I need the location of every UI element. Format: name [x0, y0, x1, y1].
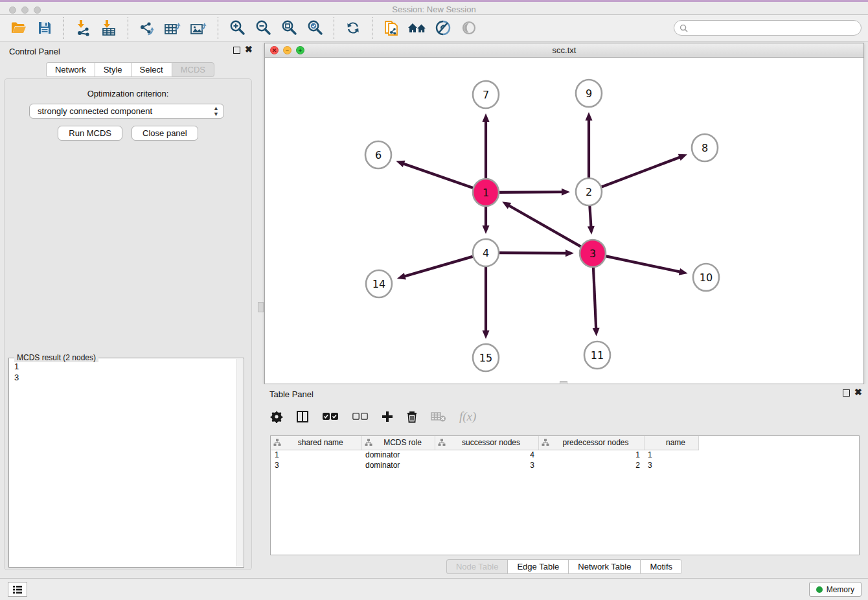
- column-header-label: MCDS role: [383, 438, 422, 447]
- vizmap-icon[interactable]: [430, 18, 456, 38]
- table-cell[interactable]: 3: [644, 460, 698, 470]
- import-network-icon[interactable]: [70, 18, 96, 38]
- edge-3-11[interactable]: [593, 267, 596, 329]
- import-table-icon[interactable]: [96, 18, 122, 38]
- network-graph[interactable]: 7968124314101511: [265, 58, 863, 384]
- export-table-icon[interactable]: [160, 18, 186, 38]
- hierarchy-icon: [365, 439, 372, 448]
- task-list-icon: [12, 585, 23, 594]
- search-field[interactable]: [674, 20, 862, 36]
- clone-network-icon[interactable]: [378, 18, 404, 38]
- run-mcds-button[interactable]: Run MCDS: [58, 126, 122, 141]
- zoom-out-icon[interactable]: [250, 18, 276, 38]
- zoom-selected-icon[interactable]: [302, 18, 328, 38]
- control-panel-float-button[interactable]: [233, 47, 240, 54]
- network-window-title: scc.txt: [265, 45, 863, 55]
- edge-1-6[interactable]: [403, 163, 473, 188]
- node-table[interactable]: shared nameMCDS rolesuccessor nodesprede…: [270, 435, 860, 555]
- memory-label: Memory: [827, 585, 854, 594]
- graph-node-label: 7: [483, 89, 489, 101]
- mcds-result-line: 3: [14, 372, 236, 383]
- select-all-checkboxes-icon[interactable]: [322, 412, 339, 421]
- tab-mcds[interactable]: MCDS: [172, 62, 214, 77]
- memory-button[interactable]: Memory: [809, 582, 862, 597]
- zoom-in-icon[interactable]: [224, 18, 250, 38]
- edge-2-3[interactable]: [589, 205, 591, 227]
- network-window-titlebar[interactable]: ✕ − + scc.txt: [265, 43, 863, 58]
- split-columns-icon[interactable]: [296, 410, 309, 423]
- column-header-MCDS-role[interactable]: MCDS role: [361, 436, 435, 450]
- control-panel-close-icon[interactable]: ✖: [245, 45, 253, 54]
- table-cell[interactable]: 2: [538, 460, 644, 470]
- gear-icon[interactable]: [270, 410, 283, 423]
- tab-style[interactable]: Style: [95, 62, 131, 77]
- column-header-shared-name[interactable]: shared name: [271, 436, 361, 450]
- table-row[interactable]: 1dominator411: [271, 450, 698, 460]
- mcds-result-box: MCDS result (2 nodes) 13: [8, 358, 244, 568]
- table-cell[interactable]: 4: [435, 450, 538, 460]
- criterion-dropdown[interactable]: strongly connected component ▲▼: [29, 104, 224, 119]
- zoom-fit-icon[interactable]: [276, 18, 302, 38]
- open-file-icon[interactable]: [6, 18, 32, 38]
- column-header-name[interactable]: name: [644, 436, 698, 450]
- vertical-splitter-handle[interactable]: [258, 302, 264, 312]
- graph-node-label: 15: [479, 352, 492, 364]
- app-titlebar: Session: New Session: [0, 0, 868, 15]
- hierarchy-icon: [273, 439, 281, 448]
- tab-motifs[interactable]: Motifs: [640, 559, 682, 574]
- search-input[interactable]: [691, 23, 861, 32]
- column-header-predecessor-nodes[interactable]: predecessor nodes: [538, 436, 644, 450]
- arrowhead-icon: [483, 225, 490, 234]
- tab-network[interactable]: Network: [46, 62, 95, 77]
- add-column-icon[interactable]: [382, 411, 393, 422]
- table-cell[interactable]: 1: [271, 450, 361, 460]
- network-canvas[interactable]: 7968124314101511: [265, 58, 863, 384]
- table-panel: Table Panel ✖ f(x) shared nameMCDS roles…: [260, 384, 868, 578]
- edge-2-8[interactable]: [602, 157, 681, 187]
- tab-network-table[interactable]: Network Table: [568, 559, 640, 574]
- column-header-label: shared name: [298, 438, 343, 447]
- tab-node-table[interactable]: Node Table: [446, 559, 508, 574]
- table-cell[interactable]: dominator: [361, 450, 435, 460]
- graph-node-label: 14: [372, 278, 385, 290]
- edge-3-10[interactable]: [606, 256, 681, 271]
- table-cell[interactable]: 3: [271, 460, 361, 470]
- delete-icon[interactable]: [406, 410, 418, 423]
- main-toolbar: [0, 15, 868, 41]
- export-network-icon[interactable]: [134, 18, 160, 38]
- status-bar: Memory: [0, 578, 868, 600]
- mcds-result-text[interactable]: 13: [10, 361, 236, 566]
- table-cell[interactable]: 1: [538, 450, 644, 460]
- table-row[interactable]: 3dominator323: [271, 460, 698, 470]
- edge-4-3[interactable]: [499, 253, 567, 253]
- table-cell[interactable]: 3: [435, 460, 538, 470]
- edge-4-14[interactable]: [404, 257, 472, 277]
- arrowhead-icon: [565, 249, 574, 257]
- column-header-successor-nodes[interactable]: successor nodes: [435, 436, 538, 450]
- tab-edge-table[interactable]: Edge Table: [507, 559, 568, 574]
- chevron-up-down-icon: ▲▼: [213, 106, 219, 117]
- tab-select[interactable]: Select: [131, 62, 172, 77]
- arrowhead-icon: [588, 226, 595, 235]
- export-image-icon[interactable]: [186, 18, 212, 38]
- control-panel: Control Panel ✖ NetworkStyleSelectMCDS O…: [0, 41, 260, 578]
- table-panel-close-icon[interactable]: ✖: [854, 387, 862, 397]
- table-panel-title: Table Panel: [269, 389, 314, 399]
- table-panel-float-button[interactable]: [843, 389, 850, 397]
- close-panel-button[interactable]: Close panel: [131, 126, 198, 141]
- edge-1-2[interactable]: [499, 192, 563, 192]
- result-scrollbar[interactable]: [236, 359, 243, 566]
- save-session-icon[interactable]: [32, 18, 58, 38]
- home-layout-icon[interactable]: [404, 18, 430, 38]
- refresh-icon[interactable]: [340, 18, 366, 38]
- edge-3-1[interactable]: [508, 205, 581, 247]
- arrowhead-icon: [397, 273, 406, 280]
- details-eye-icon[interactable]: [456, 18, 482, 38]
- task-history-button[interactable]: [8, 582, 27, 597]
- search-icon: [680, 24, 688, 32]
- table-cell[interactable]: dominator: [361, 460, 435, 470]
- column-header-label: predecessor nodes: [562, 438, 628, 447]
- column-header-label: successor nodes: [462, 438, 520, 447]
- table-cell[interactable]: 1: [644, 450, 698, 460]
- clear-checkboxes-icon[interactable]: [352, 412, 369, 421]
